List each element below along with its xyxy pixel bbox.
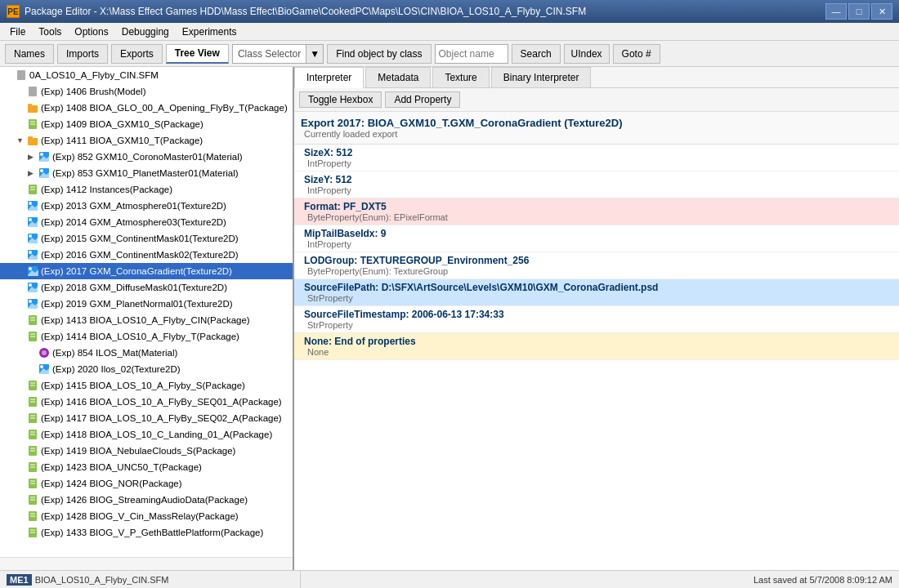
nav-exports[interactable]: Exports (111, 44, 163, 64)
tree-item[interactable]: ▶(Exp) 852 GXM10_CoronoMaster01(Material… (0, 149, 293, 165)
tree-item-label: (Exp) 2015 GXM_ContinentMask01(Texture2D… (41, 234, 239, 243)
close-button[interactable]: ✕ (871, 3, 892, 20)
tree-item[interactable]: (Exp) 1433 BIOG_V_P_GethBattlePlatform(P… (0, 524, 293, 541)
menu-tools[interactable]: Tools (32, 24, 68, 39)
tree-item[interactable]: (Exp) 1424 BIOG_NOR(Package) (0, 475, 293, 492)
tab-metadata[interactable]: Metadata (365, 67, 431, 87)
tree-scroll[interactable]: 0A_LOS10_A_Flyby_CIN.SFM(Exp) 1406 Brush… (0, 67, 293, 557)
property-name: SourceFileTimestamp: 2006-06-13 17:34:33 (304, 309, 889, 320)
menu-debugging[interactable]: Debugging (115, 24, 176, 39)
class-selector-dropdown[interactable]: ▼ (306, 45, 323, 63)
tree-item[interactable]: (Exp) 1418 BIOA_LOS_10_C_Landing_01_A(Pa… (0, 426, 293, 443)
toggle-hexbox-button[interactable]: Toggle Hexbox (299, 91, 382, 108)
nav-names[interactable]: Names (5, 44, 54, 64)
tab-texture[interactable]: Texture (432, 67, 489, 87)
tree-item[interactable]: (Exp) 1428 BIOG_V_Cin_MassRelay(Package) (0, 508, 293, 524)
tree-item[interactable]: (Exp) 2017 GXM_CoronaGradient(Texture2D) (0, 263, 293, 279)
tree-item[interactable]: (Exp) 1426 BIOG_StreamingAudioData(Packa… (0, 492, 293, 508)
expand-icon[interactable]: ▼ (16, 136, 25, 145)
tree-item[interactable]: 0A_LOS10_A_Flyby_CIN.SFM (0, 67, 293, 83)
find-object-button[interactable]: Find object by class (327, 44, 431, 64)
property-item[interactable]: SourceFilePath: D:\SFX\ArtSource\Levels\… (294, 279, 899, 306)
tree-item-label: (Exp) 1413 BIOA_LOS10_A_Flyby_CIN(Packag… (41, 315, 250, 325)
expand-icon[interactable]: ▶ (28, 169, 36, 177)
texture-icon (26, 232, 39, 245)
tree-item[interactable]: (Exp) 2014 GXM_Atmosphere03(Texture2D) (0, 214, 293, 230)
tree-item[interactable]: (Exp) 1408 BIOA_GLO_00_A_Opening_FlyBy_T… (0, 100, 293, 116)
item-icon (26, 85, 39, 98)
tree-item-label: (Exp) 1408 BIOA_GLO_00_A_Opening_FlyBy_T… (41, 103, 288, 113)
property-item[interactable]: LODGroup: TEXTUREGROUP_Environment_256By… (294, 252, 899, 279)
uindex-button[interactable]: UIndex (564, 44, 610, 64)
tree-item[interactable]: (Exp) 2015 GXM_ContinentMask01(Texture2D… (0, 230, 293, 247)
window-title: Package Editor - X:\Mass Effect Games HD… (25, 6, 586, 17)
property-item[interactable]: Format: PF_DXT5ByteProperty(Enum): EPixe… (294, 198, 899, 225)
tree-item[interactable]: (Exp) 2019 GXM_PlanetNormal01(Texture2D) (0, 296, 293, 312)
tree-item[interactable]: (Exp) 1413 BIOA_LOS10_A_Flyby_CIN(Packag… (0, 312, 293, 328)
property-item[interactable]: SizeX: 512IntProperty (294, 145, 899, 172)
tree-item[interactable]: (Exp) 2020 Ilos_02(Texture2D) (0, 361, 293, 377)
expand-icon[interactable]: ▶ (28, 153, 36, 161)
tree-item[interactable]: (Exp) 1416 BIOA_LOS_10_A_FlyBy_SEQ01_A(P… (0, 394, 293, 410)
package-icon (26, 412, 39, 425)
package-icon (26, 461, 39, 474)
property-item[interactable]: MipTailBaseIdx: 9IntProperty (294, 225, 899, 252)
tree-item[interactable]: (Exp) 854 ILOS_Mat(Material) (0, 345, 293, 361)
minimize-button[interactable]: — (825, 3, 847, 20)
tree-item[interactable]: (Exp) 1423 BIOA_UNC50_T(Package) (0, 459, 293, 475)
tree-item-label: (Exp) 1409 BIOA_GXM10_S(Package) (41, 119, 204, 129)
tree-item[interactable]: ▼(Exp) 1411 BIOA_GXM10_T(Package) (0, 132, 293, 149)
package-icon (26, 510, 39, 523)
property-name: MipTailBaseIdx: 9 (304, 228, 889, 239)
tree-item[interactable]: (Exp) 1409 BIOA_GXM10_S(Package) (0, 116, 293, 132)
property-name: Format: PF_DXT5 (304, 201, 889, 212)
goto-button[interactable]: Goto # (613, 44, 660, 64)
tree-item[interactable]: (Exp) 2018 GXM_DiffuseMask01(Texture2D) (0, 279, 293, 296)
tree-item-label: (Exp) 1418 BIOA_LOS_10_C_Landing_01_A(Pa… (41, 430, 272, 439)
object-name-input[interactable] (435, 44, 508, 64)
tab-interpreter[interactable]: Interpreter (294, 67, 364, 88)
class-selector: Class Selector ▼ (232, 44, 324, 64)
class-selector-label: Class Selector (233, 47, 306, 61)
texture-icon (26, 248, 39, 261)
tree-item-label: (Exp) 2016 GXM_ContinentMask02(Texture2D… (41, 250, 239, 260)
tree-item[interactable]: (Exp) 1417 BIOA_LOS_10_A_FlyBy_SEQ02_A(P… (0, 410, 293, 426)
property-item[interactable]: SizeY: 512IntProperty (294, 172, 899, 198)
tree-item[interactable]: (Exp) 1415 BIOA_LOS_10_A_Flyby_S(Package… (0, 377, 293, 394)
tree-item-label: (Exp) 1414 BIOA_LOS10_A_Flyby_T(Package) (41, 332, 239, 341)
tree-hscroll[interactable] (0, 557, 293, 570)
property-item[interactable]: SourceFileTimestamp: 2006-06-13 17:34:33… (294, 306, 899, 333)
export-title: Export 2017: BIOA_GXM10_T.GXM_CoronaGrad… (301, 117, 892, 129)
nav-imports[interactable]: Imports (57, 44, 108, 64)
menu-file[interactable]: File (3, 24, 32, 39)
tree-item-label: (Exp) 1426 BIOG_StreamingAudioData(Packa… (41, 495, 248, 505)
property-type: ByteProperty(Enum): TextureGroup (304, 266, 889, 276)
tree-item[interactable]: (Exp) 2016 GXM_ContinentMask02(Texture2D… (0, 247, 293, 263)
property-type: StrProperty (304, 320, 889, 330)
property-name: LODGroup: TEXTUREGROUP_Environment_256 (304, 255, 889, 266)
texture-icon (26, 265, 39, 278)
texture-icon (38, 363, 51, 376)
maximize-button[interactable]: □ (848, 3, 870, 20)
add-property-button[interactable]: Add Property (385, 91, 460, 108)
tree-item[interactable]: (Exp) 1412 Instances(Package) (0, 181, 293, 198)
package-icon (26, 493, 39, 506)
folder-open-icon (26, 134, 39, 147)
tree-item[interactable]: (Exp) 1414 BIOA_LOS10_A_Flyby_T(Package) (0, 328, 293, 345)
texture-icon (26, 281, 39, 294)
svg-rect-8 (28, 136, 33, 139)
tab-binary[interactable]: Binary Interpreter (491, 67, 592, 87)
search-button[interactable]: Search (512, 44, 561, 64)
tree-item[interactable]: (Exp) 1419 BIOA_NebulaeClouds_S(Package) (0, 443, 293, 459)
tree-item[interactable]: (Exp) 2013 GXM_Atmosphere01(Texture2D) (0, 198, 293, 214)
property-item[interactable]: None: End of propertiesNone (294, 333, 899, 360)
properties-panel: Export 2017: BIOA_GXM10_T.GXM_CoronaGrad… (294, 112, 899, 570)
nav-tree-view[interactable]: Tree View (166, 44, 229, 64)
menu-experiments[interactable]: Experiments (176, 24, 244, 39)
menu-options[interactable]: Options (68, 24, 114, 39)
export-subtitle: Currently loaded export (301, 129, 892, 139)
tree-item-label: (Exp) 1411 BIOA_GXM10_T(Package) (41, 136, 203, 145)
svg-point-28 (29, 251, 32, 254)
tree-item[interactable]: (Exp) 1406 Brush(Model) (0, 83, 293, 100)
tree-item[interactable]: ▶(Exp) 853 GXM10_PlanetMaster01(Material… (0, 165, 293, 181)
